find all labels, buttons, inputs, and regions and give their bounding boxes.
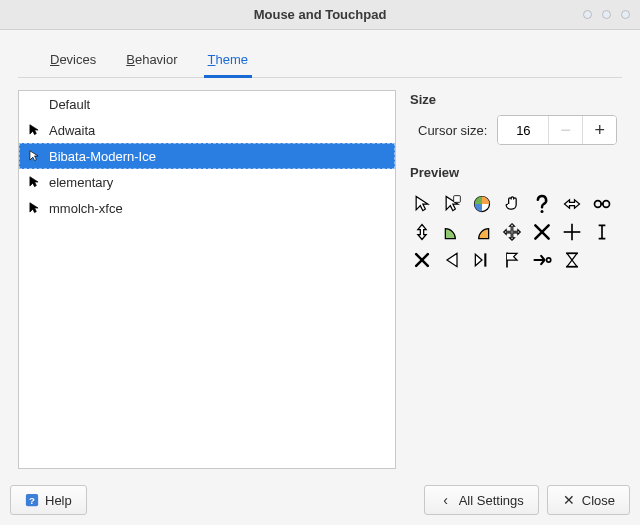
theme-row[interactable]: Bibata-Modern-Ice: [19, 143, 395, 169]
blank-icon: [590, 248, 614, 272]
svg-rect-0: [454, 196, 461, 203]
theme-name: elementary: [49, 175, 113, 190]
tabbar: Devices Behavior Theme: [18, 36, 622, 78]
all-settings-button[interactable]: ‹ All Settings: [424, 485, 539, 515]
text-cursor-icon: [590, 220, 614, 244]
side-panel: Size Cursor size: − + Preview: [410, 90, 622, 469]
all-settings-label: All Settings: [459, 493, 524, 508]
theme-row[interactable]: Default: [19, 91, 395, 117]
close-label: Close: [582, 493, 615, 508]
svg-text:?: ?: [29, 495, 35, 506]
close-x-icon: [410, 248, 434, 272]
minimize-icon[interactable]: [583, 10, 592, 19]
theme-row[interactable]: Adwaita: [19, 117, 395, 143]
size-section-title: Size: [410, 92, 622, 107]
skip-icon: [470, 248, 494, 272]
svg-point-2: [541, 210, 544, 213]
hourglass-icon: [560, 248, 584, 272]
cursor-size-label: Cursor size:: [418, 123, 487, 138]
cursor-theme-icon: [27, 123, 41, 137]
window-controls: [583, 10, 630, 19]
footer: ? Help ‹ All Settings ✕ Close: [0, 477, 640, 525]
cursor-size-decrease-button[interactable]: −: [548, 116, 582, 144]
move-icon: [500, 220, 524, 244]
resize-corner-br-icon: [470, 220, 494, 244]
cursor-size-spinner[interactable]: − +: [497, 115, 617, 145]
help-icon: ?: [25, 493, 39, 507]
size-row: Cursor size: − +: [418, 115, 622, 145]
busy-icon: [470, 192, 494, 216]
pointer-copy-icon: [440, 192, 464, 216]
preview-grid: [410, 188, 622, 272]
svg-point-3: [595, 201, 602, 208]
cursor-theme-icon: [27, 201, 41, 215]
cursor-theme-icon: [27, 175, 41, 189]
theme-list[interactable]: DefaultAdwaitaBibata-Modern-Iceelementar…: [18, 90, 396, 469]
svg-point-15: [547, 258, 551, 262]
theme-name: Default: [49, 97, 90, 112]
theme-name: mmolch-xfce: [49, 201, 123, 216]
tab-devices[interactable]: Devices: [48, 46, 98, 77]
theme-name: Adwaita: [49, 123, 95, 138]
theme-name: Bibata-Modern-Ice: [49, 149, 156, 164]
resize-corner-bl-icon: [440, 220, 464, 244]
resize-vertical-icon: [410, 220, 434, 244]
cursor-theme-icon: [27, 97, 41, 111]
theme-row[interactable]: elementary: [19, 169, 395, 195]
help-icon: [530, 192, 554, 216]
resize-horizontal-icon: [560, 192, 584, 216]
chevron-left-icon: ‹: [439, 493, 453, 507]
cursor-size-increase-button[interactable]: +: [582, 116, 616, 144]
help-button-label: Help: [45, 493, 72, 508]
tab-behavior[interactable]: Behavior: [124, 46, 179, 77]
link-icon: [590, 192, 614, 216]
svg-point-4: [603, 201, 610, 208]
play-left-icon: [440, 248, 464, 272]
crosshair-icon: [560, 220, 584, 244]
flag-icon: [500, 248, 524, 272]
window-title: Mouse and Touchpad: [254, 7, 387, 22]
window: Mouse and Touchpad Devices Behavior Them…: [0, 0, 640, 525]
pointer-icon: [410, 192, 434, 216]
content: DefaultAdwaitaBibata-Modern-Iceelementar…: [18, 90, 622, 469]
help-button[interactable]: ? Help: [10, 485, 87, 515]
cursor-size-input[interactable]: [498, 116, 548, 144]
close-icon: ✕: [562, 493, 576, 507]
theme-row[interactable]: mmolch-xfce: [19, 195, 395, 221]
preview-section-title: Preview: [410, 165, 622, 180]
arrow-right-icon: [530, 248, 554, 272]
close-window-icon[interactable]: [621, 10, 630, 19]
close-button[interactable]: ✕ Close: [547, 485, 630, 515]
titlebar: Mouse and Touchpad: [0, 0, 640, 30]
maximize-icon[interactable]: [602, 10, 611, 19]
tab-theme[interactable]: Theme: [206, 46, 250, 77]
not-allowed-icon: [530, 220, 554, 244]
cursor-theme-icon: [27, 149, 41, 163]
hand-icon: [500, 192, 524, 216]
